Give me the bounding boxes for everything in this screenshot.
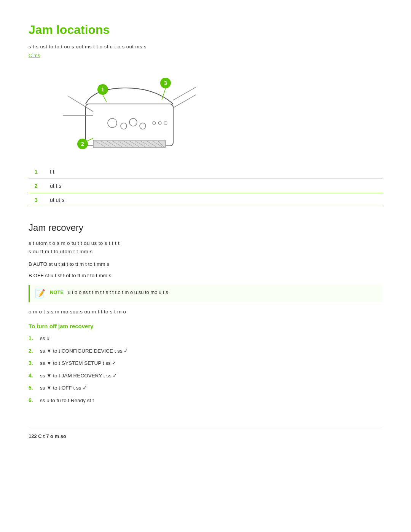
step-item: 5.ss ▼ to t OFF t ss ✓	[29, 383, 382, 392]
page-footer: 122 C t 7 o m so	[29, 428, 382, 439]
table-row: 2ut t s	[29, 179, 382, 193]
recovery-off: B OFF st u t st t ot to tt m t to t mm s	[29, 272, 382, 280]
step-number: 5.	[29, 383, 40, 392]
recovery-body1: s t utom t o s m o tu t t ou us to s t t…	[29, 239, 382, 256]
svg-text:1: 1	[101, 86, 104, 93]
svg-line-29	[86, 138, 93, 141]
svg-point-15	[121, 123, 127, 129]
note-box: 📝 NOTE u t o o ss t t m t t s t t t o t …	[29, 285, 382, 302]
step-number: 3.	[29, 359, 40, 367]
step-content: ss u	[40, 334, 382, 343]
intro-link[interactable]: C ms	[29, 53, 40, 58]
svg-rect-0	[86, 104, 173, 146]
footer-text: 122 C t 7 o m so	[29, 433, 66, 439]
step-item: 1.ss u	[29, 334, 382, 343]
table-row: 1t t	[29, 165, 382, 179]
step-content: ss ▼ to t JAM RECOVERY t ss ✓	[40, 372, 382, 380]
intro-line1: s t s ust to to t ou s oot ms t t o st u…	[29, 44, 382, 50]
row-text: ut t s	[44, 179, 382, 193]
step-number: 2.	[29, 347, 40, 355]
step-item: 4.ss ▼ to t JAM RECOVERY t ss ✓	[29, 371, 382, 380]
row-num: 3	[29, 193, 44, 207]
row-text: t t	[44, 165, 382, 179]
note-text: u t o o ss t t m t t s t t t o t m o u s…	[68, 289, 168, 295]
svg-text:2: 2	[81, 141, 84, 147]
subsection-title: To turn off jam recovery	[29, 323, 382, 329]
recovery-auto: B AUTO st u t st t to tt m t to t mm s	[29, 260, 382, 268]
note-icon: 📝	[35, 289, 45, 299]
row-num: 1	[29, 165, 44, 179]
row-text: ut ut s	[44, 193, 382, 207]
svg-rect-1	[93, 140, 166, 148]
step-item: 6.ss u to tu to t Ready st t	[29, 396, 382, 405]
note-label: NOTE	[50, 289, 64, 295]
svg-text:3: 3	[164, 80, 167, 86]
svg-line-27	[103, 95, 107, 102]
step-item: 2.ss ▼ to t CONFIGURE DEVICE t ss ✓	[29, 347, 382, 355]
step-content: ss ▼ to t CONFIGURE DEVICE t ss ✓	[40, 347, 382, 355]
svg-point-18	[153, 121, 156, 125]
recovery-body3: o m o t s s m mo sou s ou m t t to s t m…	[29, 308, 382, 316]
printer-svg: 1 3 2	[51, 73, 196, 153]
step-number: 1.	[29, 334, 40, 342]
svg-point-20	[164, 121, 167, 125]
row-num: 2	[29, 179, 44, 193]
step-number: 6.	[29, 396, 40, 404]
svg-point-14	[108, 118, 117, 128]
printer-diagram: 1 3 2	[51, 73, 196, 153]
page-title: Jam locations	[29, 23, 382, 37]
table-row: 3ut ut s	[29, 193, 382, 207]
step-content: ss ▼ to t SYSTEM SETUP t ss ✓	[40, 359, 382, 367]
svg-point-19	[158, 121, 161, 125]
note-content: NOTE u t o o ss t t m t t s t t t o t m …	[50, 289, 168, 297]
svg-line-28	[162, 88, 166, 100]
step-content: ss u to tu to t Ready st t	[40, 396, 382, 405]
step-number: 4.	[29, 371, 40, 380]
svg-point-17	[140, 123, 146, 129]
svg-point-16	[129, 118, 137, 126]
steps-list: 1.ss u2.ss ▼ to t CONFIGURE DEVICE t ss …	[29, 334, 382, 405]
step-content: ss ▼ to t OFF t ss ✓	[40, 384, 382, 392]
location-table: 1t t2ut t s3ut ut s	[29, 165, 382, 207]
jam-recovery-title: Jam recovery	[29, 222, 382, 233]
step-item: 3.ss ▼ to t SYSTEM SETUP t ss ✓	[29, 359, 382, 367]
